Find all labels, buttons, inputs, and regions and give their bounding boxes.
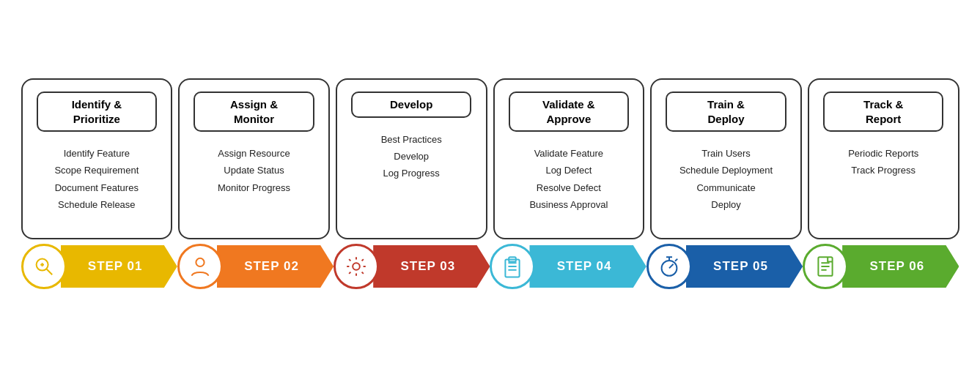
step-item: Log Defect xyxy=(529,162,608,179)
step-item: Periodic Reports xyxy=(848,145,918,162)
arrow-segment-5: STEP 05 xyxy=(646,245,803,288)
step-item: Resolve Defect xyxy=(529,179,608,196)
step-card-4: Validate &Approve Validate FeatureLog De… xyxy=(493,78,645,239)
step-item: Develop xyxy=(381,148,442,165)
arrow-segment-6: STEP 06 xyxy=(803,245,959,288)
step-item: Update Status xyxy=(218,162,290,179)
step-card-3: Develop Best PracticesDevelopLog Progres… xyxy=(336,78,487,239)
step-circle-3 xyxy=(334,244,379,289)
step-item: Deploy xyxy=(679,196,773,213)
step-label-2: STEP 02 xyxy=(244,259,299,274)
step-circle-6 xyxy=(803,244,848,289)
step-label-5: STEP 05 xyxy=(713,259,768,274)
step-items-5: Train UsersSchedule DeploymentCommunicat… xyxy=(679,145,773,214)
arrow-segment-4: STEP 04 xyxy=(490,245,646,288)
arrow-segment-3: STEP 03 xyxy=(334,245,490,288)
step-label-6: STEP 06 xyxy=(869,259,924,274)
step-item: Schedule Deployment xyxy=(679,162,773,179)
step-items-1: Identify FeatureScope RequirementDocumen… xyxy=(54,145,139,214)
step-arrow-3: STEP 03 xyxy=(373,245,490,288)
step-item: Communicate xyxy=(679,179,773,196)
step-items-4: Validate FeatureLog DefectResolve Defect… xyxy=(529,145,608,214)
step-title-1: Identify &Prioritize xyxy=(37,92,157,132)
step-item: Log Progress xyxy=(381,165,442,182)
step-title-6: Track &Report xyxy=(823,92,943,132)
step-items-3: Best PracticesDevelopLog Progress xyxy=(381,131,442,182)
svg-line-14 xyxy=(669,264,674,269)
step-item: Train Users xyxy=(679,145,773,162)
step-item: Monitor Progress xyxy=(218,179,290,196)
step-title-5: Train &Deploy xyxy=(666,92,786,132)
step-item: Scope Requirement xyxy=(54,162,139,179)
step-label-4: STEP 04 xyxy=(557,259,612,274)
step-item: Document Features xyxy=(54,179,139,196)
step-item: Identify Feature xyxy=(54,145,139,162)
step-label-1: STEP 01 xyxy=(88,259,143,274)
step-card-6: Track &Report Periodic ReportsTrack Prog… xyxy=(808,78,959,239)
step-items-2: Assign ResourceUpdate StatusMonitor Prog… xyxy=(218,145,290,196)
step-card-1: Identify &Prioritize Identify FeatureSco… xyxy=(21,78,173,239)
step-circle-1 xyxy=(21,244,67,289)
step-items-6: Periodic ReportsTrack Progress xyxy=(848,145,918,179)
step-arrow-6: STEP 06 xyxy=(842,245,959,288)
step-arrow-4: STEP 04 xyxy=(529,245,646,288)
step-item: Assign Resource xyxy=(218,145,290,162)
step-arrow-5: STEP 05 xyxy=(686,245,803,288)
step-title-4: Validate &Approve xyxy=(509,92,629,132)
step-card-5: Train &Deploy Train UsersSchedule Deploy… xyxy=(650,78,802,239)
step-item: Schedule Release xyxy=(54,196,139,213)
arrow-segment-1: STEP 01 xyxy=(21,245,177,288)
main-container: Identify &Prioritize Identify FeatureSco… xyxy=(21,78,959,288)
step-title-3: Develop xyxy=(351,92,471,118)
step-item: Validate Feature xyxy=(529,145,608,162)
step-circle-5 xyxy=(646,244,692,289)
step-circle-4 xyxy=(490,244,535,289)
step-arrow-2: STEP 02 xyxy=(217,245,334,288)
step-label-3: STEP 03 xyxy=(400,259,455,274)
step-item: Best Practices xyxy=(381,131,442,148)
svg-point-5 xyxy=(353,263,360,270)
svg-line-15 xyxy=(675,259,677,261)
arrow-segment-2: STEP 02 xyxy=(177,245,334,288)
steps-row: Identify &Prioritize Identify FeatureSco… xyxy=(21,78,959,239)
arrow-row: STEP 01 STEP 02 STEP 03 STEP 04 xyxy=(21,245,959,288)
svg-line-1 xyxy=(46,269,52,274)
step-circle-2 xyxy=(177,244,223,289)
step-item: Track Progress xyxy=(848,162,918,179)
step-title-2: Assign &Monitor xyxy=(194,92,314,132)
step-card-2: Assign &Monitor Assign ResourceUpdate St… xyxy=(178,78,330,239)
svg-point-4 xyxy=(196,258,204,266)
step-item: Business Approval xyxy=(529,196,608,213)
step-arrow-1: STEP 01 xyxy=(61,245,177,288)
